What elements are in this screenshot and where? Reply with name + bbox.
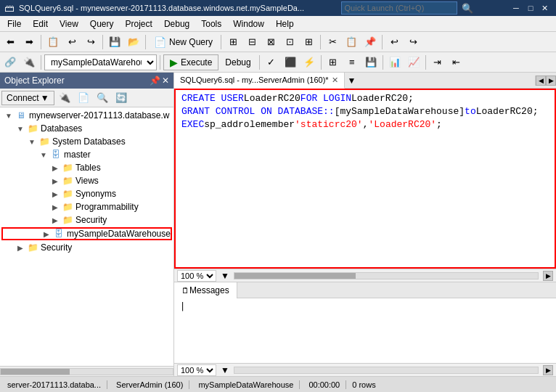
maximize-button[interactable]: □	[524, 2, 537, 14]
tree-mysample-node[interactable]: ▶ 🗄 mySampleDataWarehouse	[1, 227, 172, 240]
tree-security-top-node[interactable]: ▶ 📁 Security	[0, 241, 173, 254]
toolbar2-results-file[interactable]: 💾	[362, 54, 380, 70]
toolbar-btn-3[interactable]: ↪	[82, 34, 99, 50]
code-kw-for-login: FOR LOGIN	[301, 93, 351, 104]
system-databases-expander[interactable]: ▼	[26, 136, 38, 147]
toolbar2-outdent[interactable]: ⇤	[448, 54, 465, 70]
toolbar-btn-2[interactable]: ↩	[63, 34, 81, 50]
minimize-button[interactable]: ─	[510, 2, 523, 14]
sql-editor[interactable]: CREATE USER LoaderRC20 FOR LOGIN LoaderR…	[174, 89, 556, 269]
system-databases-icon: 📁	[38, 136, 51, 147]
database-selector[interactable]: mySampleDataWarehouse	[44, 54, 157, 70]
editor-hscroll-left[interactable]: ◀	[536, 75, 546, 86]
editor-tab-active[interactable]: SQLQuery6.sql - my...ServerAdmin (160)* …	[174, 73, 345, 89]
toolbar-btn-8[interactable]: ⊠	[262, 34, 279, 50]
tab-add-icon: ▼	[348, 75, 356, 86]
tables-expander[interactable]: ▶	[49, 162, 61, 173]
menu-file[interactable]: File	[1, 16, 27, 32]
toolbar2-results-text[interactable]: ≡	[343, 54, 361, 70]
editor-hscrollbar-track[interactable]	[234, 272, 539, 279]
tab-add-button[interactable]: ▼	[345, 75, 359, 86]
toolbar-undo[interactable]: ↩	[385, 34, 403, 50]
object-explorer-tree: ▼ 🖥 mynewserver-20171113.database.w ▼ 📁 …	[0, 107, 173, 366]
menu-query[interactable]: Query	[84, 16, 120, 32]
tree-system-databases-node[interactable]: ▼ 📁 System Databases	[0, 135, 173, 148]
toolbar2-indent[interactable]: ⇥	[429, 54, 446, 70]
menu-edit[interactable]: Edit	[27, 16, 54, 32]
tree-databases-node[interactable]: ▼ 📁 Databases	[0, 122, 173, 135]
tree-tables-node[interactable]: ▶ 📁 Tables	[0, 161, 173, 174]
menu-tools[interactable]: Tools	[195, 16, 227, 32]
oe-horizontal-scrollbar[interactable]	[0, 366, 173, 376]
toolbar2-btn-1[interactable]: 🔗	[1, 54, 19, 70]
toolbar2-results-grid[interactable]: ⊞	[324, 54, 342, 70]
query-toolbar: 🔗 🔌 mySampleDataWarehouse ▶ Execute Debu…	[0, 52, 556, 73]
programmability-expander[interactable]: ▶	[49, 201, 61, 213]
security-master-expander[interactable]: ▶	[49, 214, 61, 226]
toolbar-btn-9[interactable]: ⊡	[281, 34, 298, 50]
tree-master-node[interactable]: ▼ 🗄 master	[0, 148, 173, 161]
editor-hscroll-right[interactable]: ▶	[546, 75, 556, 86]
oe-disconnect-btn[interactable]: 🔌	[56, 90, 73, 106]
editor-zoom-select[interactable]: 100 %	[177, 270, 216, 282]
server-expander[interactable]: ▼	[3, 110, 15, 121]
menu-debug[interactable]: Debug	[158, 16, 195, 32]
toolbar-btn-1[interactable]: 📋	[44, 34, 62, 50]
menu-view[interactable]: View	[54, 16, 84, 32]
toolbar2-stop[interactable]: ⬛	[282, 54, 299, 70]
menu-project[interactable]: Project	[120, 16, 158, 32]
debug-button[interactable]: Debug	[220, 54, 255, 70]
toolbar-btn-5[interactable]: 📂	[125, 34, 142, 50]
close-button[interactable]: ✕	[539, 2, 552, 14]
master-expander[interactable]: ▼	[38, 149, 49, 160]
messages-hscrollbar-track[interactable]	[234, 367, 539, 374]
oe-close-icon[interactable]: ✕	[162, 75, 169, 86]
menu-help[interactable]: Help	[270, 16, 300, 32]
toolbar2-showplan[interactable]: 📈	[405, 54, 422, 70]
tree-server-node[interactable]: ▼ 🖥 mynewserver-20171113.database.w	[0, 109, 173, 122]
toolbar2-check[interactable]: ✓	[263, 54, 280, 70]
quick-launch-input[interactable]	[341, 1, 457, 15]
toolbar-btn-7[interactable]: ⊟	[243, 34, 261, 50]
toolbar2-include-stats[interactable]: 📊	[386, 54, 404, 70]
mysample-expander[interactable]: ▶	[41, 228, 52, 240]
toolbar2-parse[interactable]: ⚡	[301, 54, 318, 70]
databases-expander[interactable]: ▼	[15, 123, 26, 134]
oe-scrollbar-track[interactable]	[0, 368, 173, 375]
security-top-expander[interactable]: ▶	[15, 242, 26, 253]
title-bar-left: 🗃 SQLQuery6.sql - mynewserver-20171113.d…	[4, 2, 304, 14]
oe-filter-btn[interactable]: 🔍	[94, 90, 111, 106]
toolbar-btn-6[interactable]: ⊞	[224, 34, 242, 50]
toolbar-btn-13[interactable]: 📌	[361, 34, 379, 50]
editor-scroll-right-btn[interactable]: ▶	[543, 271, 553, 281]
toolbar-btn-12[interactable]: 📋	[343, 34, 360, 50]
code-login-name: LoaderRC20;	[351, 93, 414, 104]
toolbar-btn-11[interactable]: ✂	[324, 34, 341, 50]
messages-content[interactable]: |	[174, 298, 556, 363]
toolbar-btn-10[interactable]: ⊞	[300, 34, 317, 50]
toolbar-separator-5	[320, 35, 321, 49]
editor-tab-close[interactable]: ✕	[332, 75, 338, 85]
oe-pin-icon[interactable]: 📌	[150, 75, 160, 86]
back-button[interactable]: ⬅	[1, 34, 19, 50]
messages-tab[interactable]: 🗒 Messages	[174, 282, 237, 298]
tree-synonyms-node[interactable]: ▶ 📁 Synonyms	[0, 187, 173, 200]
code-str-staticrc20: 'staticrc20'	[295, 119, 363, 130]
connect-button[interactable]: Connect ▼	[1, 91, 54, 105]
oe-refresh-btn[interactable]: 🔄	[113, 90, 130, 106]
new-query-button[interactable]: 📄 New Query	[149, 34, 218, 50]
toolbar-btn-4[interactable]: 💾	[106, 34, 123, 50]
tree-security-master-node[interactable]: ▶ 📁 Security	[0, 213, 173, 226]
messages-scroll-right[interactable]: ▶	[543, 365, 553, 375]
toolbar2-btn-2[interactable]: 🔌	[20, 54, 38, 70]
messages-zoom-select[interactable]: 100 %	[177, 364, 216, 376]
toolbar-redo[interactable]: ↪	[404, 34, 422, 50]
menu-window[interactable]: Window	[227, 16, 270, 32]
views-expander[interactable]: ▶	[49, 175, 61, 187]
tree-views-node[interactable]: ▶ 📁 Views	[0, 174, 173, 187]
execute-button[interactable]: ▶ Execute	[163, 54, 218, 70]
forward-button[interactable]: ➡	[20, 34, 38, 50]
synonyms-expander[interactable]: ▶	[49, 188, 61, 200]
oe-new-query-btn[interactable]: 📄	[75, 90, 92, 106]
tree-programmability-node[interactable]: ▶ 📁 Programmability	[0, 200, 173, 213]
